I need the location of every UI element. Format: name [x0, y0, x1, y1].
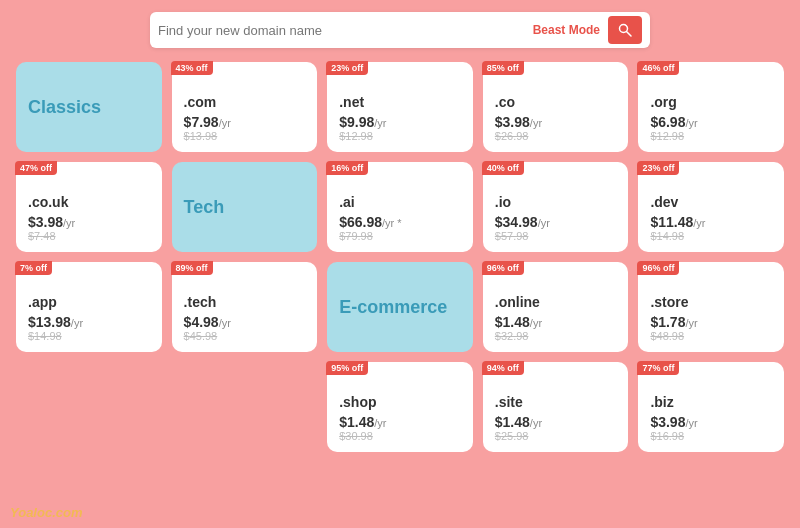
domain-name: .org — [650, 94, 772, 110]
domain-card[interactable]: 16% off.ai$66.98/yr *$79.98 — [327, 162, 473, 252]
price-current: $3.98/yr — [650, 414, 772, 430]
svg-line-1 — [627, 32, 632, 37]
price-original: $25.98 — [495, 430, 617, 442]
domain-card[interactable]: 40% off.io$34.98/yr$57.98 — [483, 162, 629, 252]
domain-card[interactable]: 85% off.co$3.98/yr$26.98 — [483, 62, 629, 152]
domain-card[interactable]: 23% off.net$9.98/yr$12.98 — [327, 62, 473, 152]
domain-card[interactable]: 23% off.dev$11.48/yr$14.98 — [638, 162, 784, 252]
discount-badge: 96% off — [637, 261, 679, 275]
discount-badge: 16% off — [326, 161, 368, 175]
price-original: $48.98 — [650, 330, 772, 342]
domain-name: .com — [184, 94, 306, 110]
domain-name: .dev — [650, 194, 772, 210]
domain-card[interactable]: 7% off.app$13.98/yr$14.98 — [16, 262, 162, 352]
search-icon — [618, 23, 632, 37]
price-original: $14.98 — [650, 230, 772, 242]
discount-badge: 89% off — [171, 261, 213, 275]
discount-badge: 40% off — [482, 161, 524, 175]
domain-name: .biz — [650, 394, 772, 410]
domain-card[interactable]: 46% off.org$6.98/yr$12.98 — [638, 62, 784, 152]
discount-badge: 96% off — [482, 261, 524, 275]
discount-badge: 47% off — [15, 161, 57, 175]
domain-name: .store — [650, 294, 772, 310]
price-current: $3.98/yr — [28, 214, 150, 230]
price-original: $14.98 — [28, 330, 150, 342]
domain-name: .co — [495, 94, 617, 110]
domain-name: .online — [495, 294, 617, 310]
price-current: $6.98/yr — [650, 114, 772, 130]
category-card[interactable]: Classics — [16, 62, 162, 152]
category-label: E-commerce — [339, 297, 447, 318]
beast-mode-label: Beast Mode — [533, 23, 600, 37]
domain-card[interactable]: 95% off.shop$1.48/yr$30.98 — [327, 362, 473, 452]
category-label: Tech — [184, 197, 225, 218]
domain-card[interactable]: 94% off.site$1.48/yr$25.98 — [483, 362, 629, 452]
discount-badge: 95% off — [326, 361, 368, 375]
domain-name: .tech — [184, 294, 306, 310]
price-current: $1.78/yr — [650, 314, 772, 330]
search-bar: Beast Mode — [150, 12, 650, 48]
price-original: $16.98 — [650, 430, 772, 442]
category-label: Classics — [28, 97, 101, 118]
price-original: $12.98 — [650, 130, 772, 142]
search-button[interactable] — [608, 16, 642, 44]
category-card[interactable]: Tech — [172, 162, 318, 252]
domain-card[interactable]: 43% off.com$7.98/yr$13.98 — [172, 62, 318, 152]
discount-badge: 23% off — [637, 161, 679, 175]
domain-card[interactable]: 96% off.online$1.48/yr$32.98 — [483, 262, 629, 352]
domain-name: .ai — [339, 194, 461, 210]
domain-card[interactable]: 47% off.co.uk$3.98/yr$7.48 — [16, 162, 162, 252]
discount-badge: 85% off — [482, 61, 524, 75]
domain-card[interactable]: 96% off.store$1.78/yr$48.98 — [638, 262, 784, 352]
price-current: $1.48/yr — [495, 314, 617, 330]
price-original: $32.98 — [495, 330, 617, 342]
discount-badge: 46% off — [637, 61, 679, 75]
price-current: $4.98/yr — [184, 314, 306, 330]
price-original: $26.98 — [495, 130, 617, 142]
discount-badge: 43% off — [171, 61, 213, 75]
price-original: $7.48 — [28, 230, 150, 242]
price-original: $13.98 — [184, 130, 306, 142]
price-current: $9.98/yr — [339, 114, 461, 130]
discount-badge: 7% off — [15, 261, 52, 275]
domain-name: .io — [495, 194, 617, 210]
search-input[interactable] — [158, 23, 533, 38]
domain-name: .shop — [339, 394, 461, 410]
price-original: $30.98 — [339, 430, 461, 442]
discount-badge: 23% off — [326, 61, 368, 75]
price-current: $1.48/yr — [339, 414, 461, 430]
price-current: $7.98/yr — [184, 114, 306, 130]
price-current: $34.98/yr — [495, 214, 617, 230]
domain-name: .co.uk — [28, 194, 150, 210]
price-original: $45.98 — [184, 330, 306, 342]
discount-badge: 94% off — [482, 361, 524, 375]
category-card[interactable]: E-commerce — [327, 262, 473, 352]
price-original: $57.98 — [495, 230, 617, 242]
price-current: $66.98/yr * — [339, 214, 461, 230]
price-original: $79.98 — [339, 230, 461, 242]
domain-name: .app — [28, 294, 150, 310]
price-original: $12.98 — [339, 130, 461, 142]
discount-badge: 77% off — [637, 361, 679, 375]
domain-card[interactable]: 89% off.tech$4.98/yr$45.98 — [172, 262, 318, 352]
domain-name: .site — [495, 394, 617, 410]
watermark: Yoaloc.com — [10, 505, 82, 520]
price-current: $1.48/yr — [495, 414, 617, 430]
price-current: $3.98/yr — [495, 114, 617, 130]
price-current: $13.98/yr — [28, 314, 150, 330]
price-current: $11.48/yr — [650, 214, 772, 230]
domain-name: .net — [339, 94, 461, 110]
domain-grid: Classics43% off.com$7.98/yr$13.9823% off… — [16, 62, 784, 452]
domain-card[interactable]: 77% off.biz$3.98/yr$16.98 — [638, 362, 784, 452]
